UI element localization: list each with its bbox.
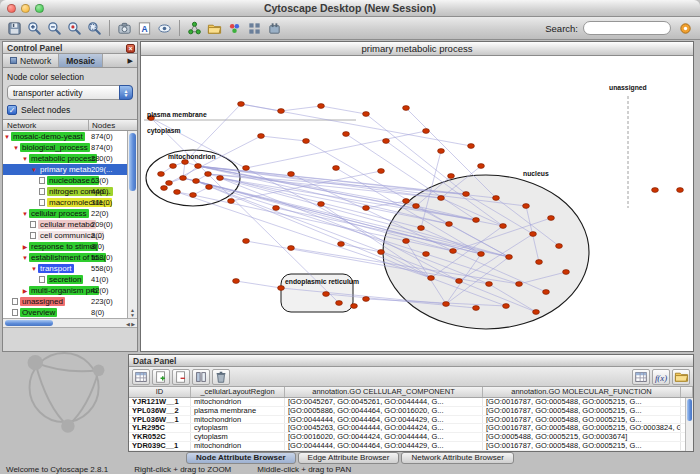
network-node[interactable] (174, 190, 181, 195)
plugins-icon[interactable] (265, 19, 284, 38)
network-node[interactable] (378, 169, 385, 174)
network-node[interactable] (161, 186, 168, 191)
network-canvas[interactable]: plasma membranecytoplasmmitochondrionnuc… (141, 56, 693, 351)
network-node[interactable] (278, 286, 285, 291)
network-node[interactable] (403, 239, 410, 244)
scrollbar-thumb[interactable] (129, 133, 136, 191)
tab-edge-attribute-browser[interactable]: Edge Attribute Browser (298, 452, 400, 464)
tree-row-response-to-stimul[interactable]: ▶response to stimul8(0) (3, 241, 127, 252)
zoom-selected-icon[interactable] (65, 19, 84, 38)
network-edge[interactable] (261, 136, 306, 141)
tree-column-network[interactable]: Network (3, 120, 89, 130)
network-node[interactable] (438, 149, 445, 154)
tree-expander-icon[interactable]: ▶ (21, 287, 29, 294)
network-node[interactable] (556, 244, 563, 249)
network-node[interactable] (516, 282, 523, 287)
save-icon[interactable] (5, 19, 24, 38)
column-header-0[interactable]: ID (129, 387, 191, 397)
tree-expander-icon[interactable]: ▼ (21, 255, 29, 261)
network-node[interactable] (243, 239, 250, 244)
tree-row-transport[interactable]: ▼transport558(0) (3, 263, 127, 274)
tree-expander-icon[interactable]: ▶ (21, 243, 29, 250)
tree-row-cell-communica-[interactable]: cell communica...2(0) (3, 230, 127, 241)
tree-row-nucleobase-[interactable]: nucleobase...63(0) (3, 175, 127, 186)
network-node[interactable] (318, 202, 325, 207)
tree-row-overview[interactable]: Overview8(0) (3, 307, 127, 318)
tree-column-nodes[interactable]: Nodes (89, 120, 137, 130)
network-node[interactable] (523, 204, 530, 209)
network-edge[interactable] (281, 106, 321, 111)
tab-network-attribute-browser[interactable]: Network Attribute Browser (401, 452, 513, 464)
network-node[interactable] (413, 204, 420, 209)
tree-expander-icon[interactable]: ▼ (21, 156, 29, 162)
network-edge[interactable] (321, 106, 366, 114)
function-icon[interactable]: f(x) (652, 369, 670, 385)
network-node[interactable] (318, 104, 325, 109)
tree-row-mosaic-demo-yeast[interactable]: ▼mosaic-demo-yeast874(0) (3, 131, 127, 142)
tree-row-cellular-process[interactable]: ▼cellular process22(0) (3, 208, 127, 219)
network-node[interactable] (478, 164, 485, 169)
network-node[interactable] (468, 144, 475, 149)
layout-icon[interactable] (245, 19, 264, 38)
network-node[interactable] (303, 139, 310, 144)
tree-row-multi-organism-pro[interactable]: ▶multi-organism pro42(0) (3, 285, 127, 296)
tab-overflow-arrow[interactable]: ▶ (124, 54, 137, 67)
network-edge[interactable] (341, 244, 381, 252)
tab-network[interactable]: Network (3, 54, 59, 67)
tree-expander-icon[interactable]: ▼ (3, 134, 11, 140)
network-node[interactable] (273, 206, 280, 211)
network-node[interactable] (343, 132, 350, 137)
network-node[interactable] (403, 199, 410, 204)
network-node[interactable] (443, 302, 450, 307)
tree-expander-icon[interactable]: ▼ (30, 167, 38, 173)
table-row-YPL036W__1[interactable]: YPL036W__1mitochondrion[GO:0044444, GO:0… (129, 416, 685, 425)
network-node[interactable] (278, 109, 285, 114)
network-node[interactable] (363, 206, 370, 211)
color-attribute-dropdown[interactable]: transporter activity ▲▼ (7, 85, 133, 100)
tree-row-unassigned[interactable]: unassigned223(0) (3, 296, 127, 307)
network-node[interactable] (158, 172, 165, 177)
trash-icon[interactable] (212, 369, 230, 385)
new-network-icon[interactable] (185, 19, 204, 38)
close-button[interactable] (7, 4, 16, 13)
network-node[interactable] (205, 172, 212, 177)
table-row-YDR039C__1[interactable]: YDR039C__1mitochondrion[GO:0044444, GO:0… (129, 442, 685, 451)
tree-horizontal-scrollbar[interactable]: ◀ ▶ (3, 318, 137, 328)
network-node[interactable] (486, 282, 493, 287)
network-node[interactable] (478, 252, 485, 257)
network-node[interactable] (403, 106, 410, 111)
network-node[interactable] (166, 181, 173, 186)
network-node[interactable] (506, 255, 513, 260)
network-node[interactable] (238, 102, 245, 107)
network-node[interactable] (450, 249, 457, 254)
network-node[interactable] (323, 292, 330, 297)
network-node[interactable] (243, 166, 250, 171)
tree-expander-icon[interactable]: ▼ (12, 145, 20, 151)
configure-search-icon[interactable] (676, 19, 695, 38)
network-node[interactable] (338, 242, 345, 247)
network-node[interactable] (383, 139, 390, 144)
network-node[interactable] (351, 304, 358, 309)
network-node[interactable] (456, 279, 463, 284)
network-node[interactable] (363, 112, 370, 117)
close-panel-icon[interactable]: × (126, 44, 135, 53)
zoom-fit-icon[interactable] (85, 19, 104, 38)
column-header-1[interactable]: _cellularLayoutRegion (191, 387, 285, 397)
tree-row-cellular-metabo[interactable]: cellular metabo209(0) (3, 219, 127, 230)
tree-row-nitrogen-compo-[interactable]: nitrogen compo...44(0) (3, 186, 127, 197)
network-node[interactable] (533, 310, 540, 315)
tree-row-establishment-of-lo-[interactable]: ▼establishment of lo...558(0) (3, 252, 127, 263)
network-node[interactable] (333, 166, 340, 171)
table-row-YPL036W__2[interactable]: YPL036W__2plasma membrane[GO:0005886, GO… (129, 407, 685, 416)
select-nodes-checkbox[interactable]: ✓ (7, 105, 17, 115)
network-node[interactable] (438, 196, 445, 201)
network-node[interactable] (170, 164, 177, 169)
network-node[interactable] (530, 232, 537, 237)
network-node[interactable] (217, 176, 224, 181)
column-icon[interactable] (192, 369, 210, 385)
network-edge[interactable] (236, 281, 281, 288)
column-header-3[interactable]: annotation.GO MOLECULAR_FUNCTION (483, 387, 681, 397)
tree-expander-icon[interactable]: ▼ (21, 211, 29, 217)
scrollbar-arrows[interactable]: ◀ ▶ (126, 321, 135, 327)
network-node[interactable] (500, 224, 507, 229)
